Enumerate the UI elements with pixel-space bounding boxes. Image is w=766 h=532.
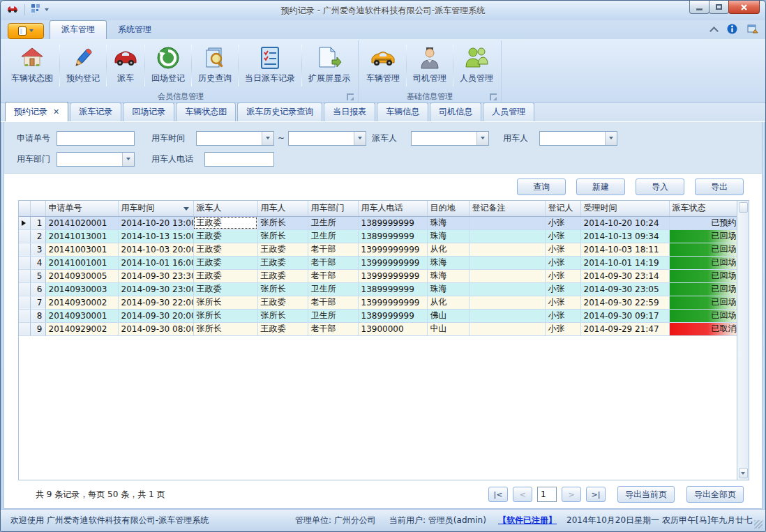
use-time-cell[interactable]: 2014-09-30 22:00 [118, 296, 193, 309]
phone-cell[interactable]: 1389999999 [358, 229, 427, 243]
order-no-cell[interactable]: 20140930002 [45, 296, 118, 309]
col-header-phone[interactable]: 用车人电话 [358, 201, 427, 216]
query-button[interactable]: 查询 [517, 178, 566, 195]
use-time-cell[interactable]: 2014-10-20 13:00 [118, 216, 193, 229]
dept-cell[interactable]: 卫生所 [308, 229, 358, 243]
accept-time-cell[interactable]: 2014-09-30 23:14 [580, 269, 669, 282]
dispatcher-cell[interactable]: 张所长 [193, 322, 257, 335]
use-time-cell[interactable]: 2014-09-30 20:00 [118, 309, 193, 322]
table-row[interactable]: 3 20141003001 2014-10-03 20:00 王政委 王政委 老… [19, 243, 737, 256]
scroll-up-icon[interactable] [739, 202, 748, 213]
dispatcher-cell[interactable]: 王政委 [193, 269, 257, 282]
today-dispatch-records-button[interactable]: 当日派车记录 [239, 40, 301, 91]
dialog-launcher-icon[interactable] [347, 93, 354, 100]
doc-tab-dispatch-records[interactable]: 派车记录 [70, 102, 121, 121]
destination-cell[interactable]: 珠海 [427, 216, 469, 229]
registrar-cell[interactable]: 小张 [545, 229, 580, 243]
registrar-cell[interactable]: 小张 [545, 216, 580, 229]
ribbon-tab-dispatch[interactable]: 派车管理 [50, 20, 107, 39]
accept-time-cell[interactable]: 2014-09-30 09:17 [580, 309, 669, 322]
dispatcher-dropdown[interactable] [411, 131, 489, 146]
table-row[interactable]: 8 20140930001 2014-09-30 20:00 张所长 张所长 卫… [19, 309, 737, 322]
vertical-scrollbar[interactable] [737, 200, 749, 480]
dispatcher-cell[interactable]: 张所长 [193, 309, 257, 322]
dept-dropdown[interactable] [57, 152, 135, 167]
order-no-cell[interactable]: 20140930003 [45, 282, 118, 296]
close-tab-icon[interactable]: ✕ [53, 107, 59, 116]
dispatcher-cell[interactable]: 王政委 [193, 229, 257, 243]
accept-time-cell[interactable]: 2014-09-30 22:59 [580, 296, 669, 309]
phone-cell[interactable]: 1389999999 [358, 282, 427, 296]
history-query-button[interactable]: 历史查询 [192, 40, 238, 91]
dept-cell[interactable]: 老干部 [308, 256, 358, 269]
col-header-user[interactable]: 用车人 [257, 201, 308, 216]
use-time-cell[interactable]: 2014-10-13 15:00 [118, 229, 193, 243]
accept-time-cell[interactable]: 2014-09-30 23:05 [580, 282, 669, 296]
doc-tab-vehicle-info[interactable]: 车辆信息 [377, 102, 428, 121]
accept-time-cell[interactable]: 2014-10-13 09:34 [580, 229, 669, 243]
return-register-button[interactable]: 回场登记 [145, 40, 191, 91]
user-cell[interactable]: 王政委 [257, 322, 308, 335]
resize-grip[interactable] [754, 520, 763, 529]
dept-cell[interactable]: 老干部 [308, 296, 358, 309]
use-time-to-dropdown[interactable] [288, 131, 366, 146]
remark-cell[interactable] [469, 216, 545, 229]
use-time-cell[interactable]: 2014-09-30 08:00 [118, 322, 193, 335]
quick-access-dropdown-icon[interactable] [45, 8, 49, 11]
reservation-register-button[interactable]: 预约登记 [60, 40, 106, 91]
table-row[interactable]: 9 20140929002 2014-09-30 08:00 张所长 王政委 老… [19, 322, 737, 335]
order-no-input[interactable] [57, 131, 135, 146]
registrar-cell[interactable]: 小张 [545, 309, 580, 322]
table-row[interactable]: 4 20141001001 2014-10-01 16:00 王政委 王政委 老… [19, 256, 737, 269]
remark-cell[interactable] [469, 282, 545, 296]
doc-tab-driver-info[interactable]: 司机信息 [430, 102, 481, 121]
vehicle-manage-button[interactable]: 车辆管理 [360, 40, 406, 91]
doc-tab-vehicle-status[interactable]: 车辆状态图 [176, 102, 236, 121]
user-cell[interactable]: 王政委 [257, 296, 308, 309]
ribbon-tab-system[interactable]: 系统管理 [107, 21, 163, 39]
dispatcher-cell[interactable]: 张所长 [193, 296, 257, 309]
accept-time-cell[interactable]: 2014-10-01 14:19 [580, 256, 669, 269]
col-header-status[interactable]: 派车状态 [669, 201, 737, 216]
col-header-destination[interactable]: 目的地 [427, 201, 469, 216]
dispatcher-cell[interactable]: 王政委 [193, 243, 257, 256]
user-phone-input[interactable] [204, 152, 274, 167]
use-time-cell[interactable]: 2014-10-03 20:00 [118, 243, 193, 256]
doc-tab-reservations[interactable]: 预约记录 ✕ [5, 102, 68, 121]
registrar-cell[interactable]: 小张 [545, 243, 580, 256]
table-row[interactable]: 5 20140930005 2014-09-30 23:30 王政委 王政委 老… [19, 269, 737, 282]
dialog-launcher-icon[interactable] [490, 93, 497, 100]
status-cell[interactable]: 已回场 [669, 256, 737, 269]
status-cell[interactable]: 已回场 [669, 282, 737, 296]
import-button[interactable]: 导入 [636, 178, 684, 195]
collapse-ribbon-icon[interactable] [709, 26, 719, 36]
status-cell[interactable]: 已回场 [669, 309, 737, 322]
accept-time-cell[interactable]: 2014-10-03 18:11 [580, 243, 669, 256]
status-cell[interactable]: 已回场 [669, 243, 737, 256]
use-time-cell[interactable]: 2014-09-30 23:00 [118, 282, 193, 296]
status-cell[interactable]: 已取消 [669, 322, 737, 335]
quick-access-layout-icon[interactable] [31, 3, 40, 15]
phone-cell[interactable]: 13900000 [358, 322, 427, 335]
destination-cell[interactable]: 珠海 [427, 229, 469, 243]
prev-page-button[interactable]: < [513, 487, 532, 502]
col-header-remark[interactable]: 登记备注 [469, 201, 545, 216]
destination-cell[interactable]: 从化 [427, 243, 469, 256]
status-cell[interactable]: 已回场 [669, 296, 737, 309]
dept-cell[interactable]: 老干部 [308, 243, 358, 256]
dispatcher-cell[interactable]: 王政委 [193, 256, 257, 269]
user-cell[interactable]: 王政委 [257, 243, 308, 256]
user-cell[interactable]: 张所长 [257, 229, 308, 243]
phone-cell[interactable]: 1389999999 [358, 309, 427, 322]
order-no-cell[interactable]: 20140930001 [45, 309, 118, 322]
registrar-cell[interactable]: 小张 [545, 269, 580, 282]
remark-cell[interactable] [469, 322, 545, 335]
accept-time-cell[interactable]: 2014-10-20 10:24 [580, 216, 669, 229]
maximize-button[interactable] [709, 1, 729, 14]
doc-tab-personnel[interactable]: 人员管理 [483, 102, 534, 121]
order-no-cell[interactable]: 20141020001 [45, 216, 118, 229]
remark-cell[interactable] [469, 229, 545, 243]
new-button[interactable]: 新建 [576, 178, 625, 195]
user-cell[interactable]: 张所长 [257, 309, 308, 322]
col-header-accept-time[interactable]: 受理时间 [580, 201, 669, 216]
